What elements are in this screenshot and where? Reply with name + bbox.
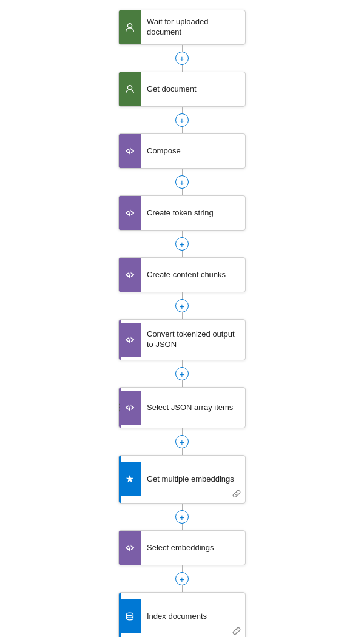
svg-point-1 <box>127 86 132 90</box>
connector-line-bottom <box>182 585 183 592</box>
add-step-button[interactable]: + <box>175 510 189 524</box>
step-index-documents[interactable]: Index documents <box>118 592 246 637</box>
connector-line-top <box>182 231 183 237</box>
step-label-wait-uploaded: Wait for uploaded document <box>141 12 245 42</box>
step-icon-wait-uploaded <box>119 10 141 44</box>
connector-line-top <box>182 45 183 52</box>
step-icon-select-embeddings <box>119 531 141 565</box>
connector: + <box>175 107 189 133</box>
step-compose[interactable]: Compose <box>118 133 246 169</box>
connector: + <box>175 292 189 319</box>
connector-line-bottom <box>182 312 183 319</box>
step-icon-compose <box>119 134 141 168</box>
add-step-button[interactable]: + <box>175 175 189 189</box>
connector-line-top <box>182 360 183 367</box>
connector-line-bottom <box>182 251 183 257</box>
step-label-select-embeddings: Select embeddings <box>141 538 220 558</box>
step-convert-tokenized[interactable]: Convert tokenized output to JSON <box>118 319 246 360</box>
step-label-create-content-chunks: Create content chunks <box>141 265 232 285</box>
add-step-button[interactable]: + <box>175 572 189 585</box>
svg-point-2 <box>127 613 133 616</box>
connector-line-bottom <box>182 448 183 455</box>
flow-container: Wait for uploaded document+ Get document… <box>0 10 364 637</box>
connector-line-top <box>182 565 183 572</box>
step-icon-get-multiple-embeddings <box>119 462 141 496</box>
add-step-button[interactable]: + <box>175 367 189 380</box>
step-select-embeddings[interactable]: Select embeddings <box>118 530 246 565</box>
step-icon-get-document <box>119 72 141 106</box>
step-get-multiple-embeddings[interactable]: Get multiple embeddings <box>118 455 246 504</box>
step-select-json-array[interactable]: Select JSON array items <box>118 387 246 428</box>
connector: + <box>175 504 189 530</box>
step-icon-convert-tokenized <box>119 323 141 357</box>
add-step-button[interactable]: + <box>175 52 189 65</box>
dots-indicator <box>118 404 120 412</box>
connector: + <box>175 360 189 387</box>
step-label-get-document: Get document <box>141 79 203 99</box>
add-step-button[interactable]: + <box>175 435 189 448</box>
step-wait-uploaded[interactable]: Wait for uploaded document <box>118 10 246 45</box>
connector-line-top <box>182 428 183 435</box>
add-step-button[interactable]: + <box>175 113 189 127</box>
step-icon-create-token-string <box>119 196 141 230</box>
step-label-convert-tokenized: Convert tokenized output to JSON <box>141 325 245 355</box>
connector-line-bottom <box>182 380 183 387</box>
connector: + <box>175 428 189 455</box>
step-label-select-json-array: Select JSON array items <box>141 398 239 418</box>
step-create-content-chunks[interactable]: Create content chunks <box>118 257 246 292</box>
connector-line-bottom <box>182 524 183 530</box>
step-icon-create-content-chunks <box>119 258 141 292</box>
step-icon-select-json-array <box>119 391 141 425</box>
step-label-index-documents: Index documents <box>141 607 213 627</box>
svg-point-0 <box>127 24 132 28</box>
connector: + <box>175 45 189 72</box>
step-get-document[interactable]: Get document <box>118 72 246 107</box>
connector: + <box>175 565 189 592</box>
step-icon-index-documents <box>119 599 141 633</box>
connector-line-top <box>182 292 183 299</box>
connector-line-bottom <box>182 127 183 133</box>
step-label-get-multiple-embeddings: Get multiple embeddings <box>141 470 240 490</box>
add-step-button[interactable]: + <box>175 237 189 251</box>
connector: + <box>175 231 189 257</box>
add-step-button[interactable]: + <box>175 299 189 312</box>
connector-line-top <box>182 107 183 113</box>
step-label-compose: Compose <box>141 141 187 161</box>
link-icon-get-multiple-embeddings <box>232 490 241 500</box>
step-create-token-string[interactable]: Create token string <box>118 195 246 231</box>
connector-line-top <box>182 169 183 175</box>
link-icon-index-documents <box>232 627 241 637</box>
connector: + <box>175 169 189 195</box>
connector-line-bottom <box>182 65 183 72</box>
connector-line-bottom <box>182 189 183 195</box>
connector-line-top <box>182 504 183 510</box>
step-label-create-token-string: Create token string <box>141 203 220 223</box>
